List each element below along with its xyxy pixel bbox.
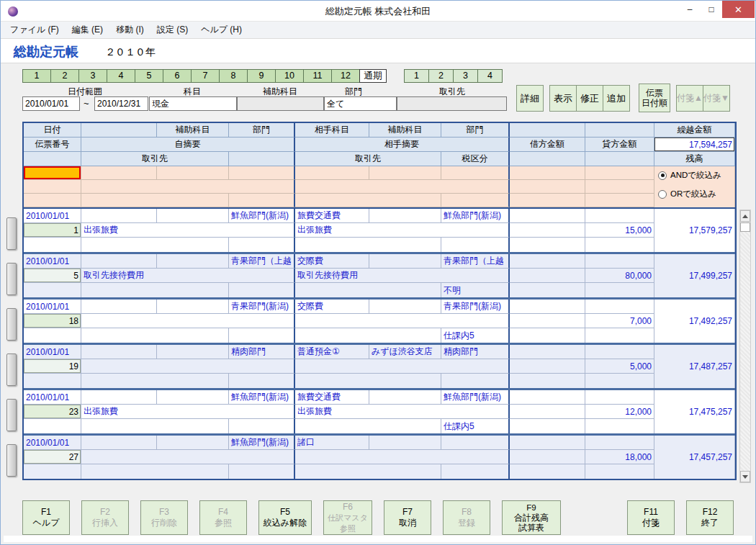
cell-date[interactable]: 2010/01/01 [24,299,81,314]
scrollbar-thumb[interactable] [740,222,750,232]
cell-counter-account[interactable]: 交際費 [295,299,369,314]
cell-counter-memo[interactable] [295,314,510,328]
cell-partner-self[interactable] [81,238,229,252]
filter-cell[interactable] [441,166,510,180]
fusen-up-button[interactable]: 付箋▲ [676,85,703,112]
cell-tax-class[interactable]: 仕課内5 [441,328,510,343]
cell-credit[interactable]: 7,000 [585,314,654,328]
tab-month-10[interactable]: 10 [275,69,304,83]
filter-cell[interactable] [295,180,510,194]
filter-cell[interactable] [585,180,654,194]
menu-move[interactable]: 移動 (I) [109,22,150,38]
cell-counter-subaccount[interactable] [369,254,441,269]
tab-full-period[interactable]: 通期 [359,69,387,83]
f6-journal-master-button[interactable]: F6 仕訳マスタ参照 [323,500,372,535]
cell-voucher-no[interactable]: 1 [24,223,81,238]
date-from-input[interactable] [22,96,80,111]
radio-selected-icon[interactable] [658,171,667,180]
maximize-button[interactable]: □ [701,1,722,18]
cell-partner-self[interactable] [81,283,229,297]
cell-voucher-no[interactable]: 5 [24,269,81,283]
cell-counter-account[interactable]: 普通預金① [295,345,369,359]
row-drag-handle[interactable] [6,263,17,295]
cell-self-memo[interactable] [81,450,295,464]
cell-debit[interactable] [510,359,585,374]
and-filter-option[interactable]: ANDで絞込み [658,170,721,181]
filter-cell[interactable] [295,166,369,180]
tab-month-5[interactable]: 5 [135,69,163,83]
f5-clear-filter-button[interactable]: F5 絞込み解除 [258,500,312,535]
cell-partner-self[interactable] [81,464,229,479]
cell-counter-account[interactable]: 交際費 [295,254,369,269]
close-button[interactable]: ✕ [722,1,755,18]
cell-tax-class[interactable]: 不明 [441,283,510,297]
cell-dept-self[interactable]: 精肉部門 [229,345,295,359]
cell-partner-counter[interactable] [295,464,441,479]
display-button[interactable]: 表示 [549,85,577,112]
cell-debit[interactable] [510,269,585,283]
cell-counter-subaccount[interactable] [369,299,441,314]
scroll-down-button[interactable] [740,471,750,482]
cell-date[interactable]: 2010/01/01 [24,345,81,359]
f4-reference-button[interactable]: F4 参照 [199,500,247,535]
filter-cell[interactable] [441,194,510,207]
cell-credit[interactable]: 18,000 [585,450,654,464]
cell-voucher-no[interactable]: 27 [24,450,81,464]
tab-quarter-4[interactable]: 4 [477,69,503,83]
cell-tax-class[interactable] [441,238,510,252]
cell-partner-counter[interactable] [295,283,441,297]
row-drag-handle[interactable] [6,444,17,477]
cell-voucher-no[interactable]: 23 [24,405,81,419]
tab-month-7[interactable]: 7 [191,69,220,83]
department-input[interactable] [324,96,397,111]
cell-tax-class[interactable] [441,374,510,388]
cell-debit[interactable] [510,223,585,238]
filter-cell[interactable] [81,180,295,194]
tab-month-2[interactable]: 2 [50,69,79,83]
cell-dept-counter[interactable]: 鮮魚部門(新潟) [441,390,510,405]
cell-counter-subaccount[interactable] [369,436,441,450]
cell-counter-account[interactable]: 旅費交通費 [295,390,369,405]
cell-partner-counter[interactable] [295,419,441,433]
tab-month-4[interactable]: 4 [107,69,135,83]
menu-file[interactable]: ファイル (F) [4,22,66,38]
filter-cell[interactable] [510,194,585,207]
f11-fusen-button[interactable]: F11 付箋 [627,500,675,535]
cell-date[interactable]: 2010/01/01 [24,209,81,223]
date-to-input[interactable] [94,96,148,111]
f3-delete-row-button[interactable]: F3 行削除 [140,500,188,535]
minimize-button[interactable]: – [679,1,701,18]
cell-dept-counter[interactable]: 精肉部門 [441,345,510,359]
radio-unselected-icon[interactable] [658,190,667,199]
cell-self-memo[interactable]: 出張旅費 [81,223,295,238]
filter-cell[interactable] [229,166,295,180]
cell-counter-memo[interactable]: 出張旅費 [295,223,510,238]
tab-month-11[interactable]: 11 [303,69,332,83]
filter-cell[interactable] [81,166,157,180]
cell-counter-memo[interactable]: 取引先接待費用 [295,269,510,283]
f8-register-button[interactable]: F8 登録 [443,500,490,535]
cell-tax-class[interactable]: 仕課内5 [441,419,510,433]
filter-cell[interactable] [585,166,654,180]
add-button[interactable]: 追加 [603,85,630,112]
tab-month-6[interactable]: 6 [163,69,192,83]
row-drag-handle[interactable] [6,308,17,341]
filter-cell[interactable] [81,194,229,207]
menu-settings[interactable]: 設定 (S) [150,22,194,38]
cell-counter-subaccount[interactable] [369,390,441,405]
partner-input[interactable] [397,96,507,111]
tab-month-12[interactable]: 12 [331,69,360,83]
cell-dept-counter[interactable]: 青果部門（上越 [441,254,510,269]
filter-cell[interactable] [510,166,585,180]
menu-help[interactable]: ヘルプ (H) [194,22,248,38]
f1-help-button[interactable]: F1 ヘルプ [22,500,70,535]
cell-partner-self[interactable] [81,328,229,343]
cell-dept-counter[interactable] [441,436,510,450]
fusen-down-button[interactable]: 付箋▼ [703,85,730,112]
tab-month-1[interactable]: 1 [22,69,51,83]
sub-account-input[interactable] [237,96,324,111]
cell-counter-subaccount[interactable] [369,209,441,223]
cell-credit[interactable]: 15,000 [585,223,654,238]
cell-credit[interactable]: 80,000 [585,269,654,283]
cell-dept-self[interactable]: 青果部門(新潟) [229,299,295,314]
